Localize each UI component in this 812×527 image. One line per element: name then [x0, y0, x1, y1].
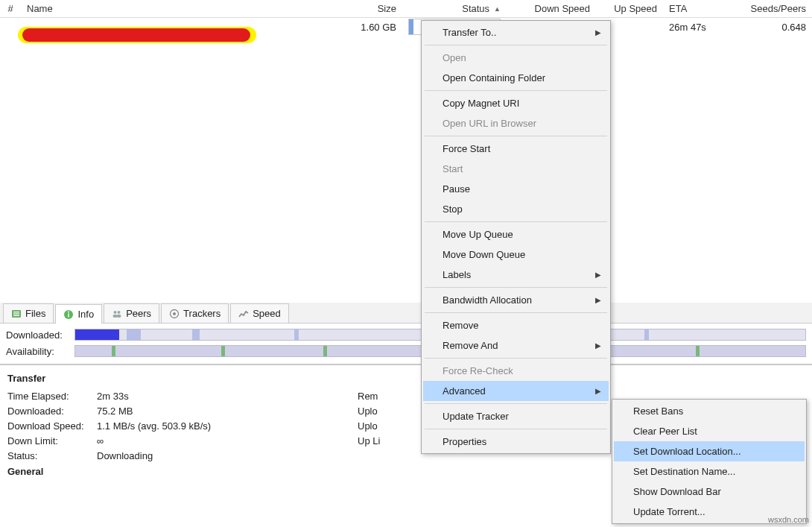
time-elapsed-label: Time Elapsed: [7, 391, 97, 402]
column-name[interactable]: Name [21, 0, 341, 17]
svg-rect-5 [69, 313, 70, 317]
menu-advanced[interactable]: Advanced▶ [423, 381, 609, 401]
column-eta[interactable]: ETA [663, 0, 730, 17]
row-seeds-peers: 0.648 [730, 22, 812, 33]
tab-info-label: Info [77, 309, 94, 320]
column-up-speed[interactable]: Up Speed [596, 0, 663, 17]
context-menu: Transfer To..▶ Open Open Containing Fold… [421, 20, 611, 454]
row-size: 1.60 GB [341, 22, 402, 33]
column-size[interactable]: Size [341, 0, 402, 17]
upload-speed-label-partial: Uplo [358, 420, 378, 432]
menu-force-recheck: Force Re-Check [423, 361, 609, 381]
chevron-right-icon: ▶ [595, 271, 601, 279]
svg-point-7 [114, 311, 117, 314]
down-limit-value: ∞ [97, 435, 104, 446]
menu-remove-and[interactable]: Remove And▶ [423, 335, 609, 356]
menu-open-folder[interactable]: Open Containing Folder [423, 68, 609, 88]
advanced-submenu: Reset Bans Clear Peer List Set Download … [612, 399, 807, 524]
tab-files-label: Files [25, 308, 45, 319]
chevron-right-icon: ▶ [595, 28, 601, 37]
menu-separator [425, 358, 607, 359]
status-label: Status: [7, 450, 97, 461]
menu-separator [425, 287, 607, 288]
menu-separator [425, 429, 607, 429]
menu-open-url: Open URL in Browser [423, 113, 609, 133]
menu-separator [425, 90, 607, 91]
column-down-speed[interactable]: Down Speed [507, 0, 596, 17]
menu-separator [425, 221, 607, 222]
watermark: wsxdn.com [768, 515, 809, 524]
table-header: # Name Size Status ▲ Down Speed Up Speed… [0, 0, 812, 18]
submenu-reset-bans[interactable]: Reset Bans [614, 401, 805, 421]
menu-separator [425, 312, 607, 313]
empty-space [0, 36, 812, 303]
redaction-bar [22, 28, 250, 42]
peers-icon [112, 309, 122, 319]
tab-trackers-label: Trackers [183, 308, 221, 319]
menu-copy-magnet[interactable]: Copy Magnet URI [423, 93, 609, 113]
up-limit-label-partial: Up Li [358, 435, 380, 446]
piece-bars: Downloaded: Availability: [0, 324, 812, 365]
files-icon [11, 309, 22, 319]
row-eta: 26m 47s [663, 22, 730, 33]
speed-icon [238, 309, 249, 319]
tab-files[interactable]: Files [3, 303, 54, 323]
column-seeds-peers[interactable]: Seeds/Peers [730, 0, 812, 17]
progress-fill [409, 19, 413, 34]
submenu-show-download-bar[interactable]: Show Download Bar [614, 482, 805, 502]
menu-open: Open [423, 48, 609, 68]
tab-peers[interactable]: Peers [104, 303, 159, 323]
submenu-clear-peer-list[interactable]: Clear Peer List [614, 421, 805, 441]
downloaded-value: 75.2 MB [97, 405, 133, 417]
menu-start: Start [423, 159, 609, 179]
menu-move-down[interactable]: Move Down Queue [423, 244, 609, 265]
menu-properties[interactable]: Properties [423, 432, 609, 452]
transfer-left-column: Time Elapsed:2m 33s Downloaded:75.2 MB D… [7, 388, 246, 463]
tab-speed-label: Speed [253, 308, 281, 319]
svg-rect-1 [13, 312, 19, 312]
tab-speed[interactable]: Speed [230, 303, 289, 323]
menu-pause[interactable]: Pause [423, 179, 609, 199]
availability-bar-label: Availability: [6, 346, 70, 357]
uploaded-label-partial: Uplo [358, 405, 378, 417]
submenu-set-download-location[interactable]: Set Download Location... [614, 441, 805, 461]
menu-separator [425, 45, 607, 45]
time-elapsed-value: 2m 33s [97, 391, 129, 402]
menu-separator [425, 136, 607, 136]
tab-info[interactable]: Info [55, 304, 102, 324]
column-status[interactable]: Status ▲ [402, 0, 507, 17]
down-limit-label: Down Limit: [7, 435, 97, 446]
menu-separator [425, 403, 607, 404]
tab-peers-label: Peers [126, 308, 151, 319]
svg-point-8 [118, 311, 121, 314]
tab-trackers[interactable]: Trackers [161, 303, 229, 323]
menu-remove[interactable]: Remove [423, 315, 609, 335]
svg-rect-2 [13, 313, 19, 314]
downloaded-bar-label: Downloaded: [6, 329, 70, 341]
info-icon [63, 309, 74, 320]
submenu-set-destination-name[interactable]: Set Destination Name... [614, 461, 805, 482]
menu-stop[interactable]: Stop [423, 199, 609, 219]
menu-transfer-to[interactable]: Transfer To..▶ [423, 22, 609, 42]
details-tabs: Files Info Peers Trackers Speed [0, 303, 812, 324]
svg-rect-10 [117, 315, 121, 318]
transfer-heading: Transfer [7, 373, 805, 384]
menu-update-tracker[interactable]: Update Tracker [423, 406, 609, 426]
remaining-label-partial: Rem [358, 391, 378, 402]
menu-bandwidth[interactable]: Bandwidth Allocation▶ [423, 290, 609, 310]
chevron-right-icon: ▶ [595, 387, 601, 395]
column-status-label: Status [462, 3, 489, 14]
menu-move-up[interactable]: Move Up Queue [423, 224, 609, 244]
menu-labels[interactable]: Labels▶ [423, 265, 609, 285]
svg-rect-3 [13, 315, 19, 315]
column-number[interactable]: # [0, 0, 21, 17]
table-row[interactable]: 1.60 GB Downloa 2.4 kB/s 26m 47s 0.648 [0, 18, 812, 36]
status-value: Downloading [97, 450, 153, 461]
downloaded-label: Downloaded: [7, 405, 97, 417]
chevron-right-icon: ▶ [595, 341, 601, 350]
menu-force-start[interactable]: Force Start [423, 139, 609, 159]
svg-point-12 [173, 312, 176, 315]
trackers-icon [169, 309, 180, 319]
sort-asc-icon: ▲ [494, 5, 501, 13]
svg-point-6 [68, 311, 69, 312]
